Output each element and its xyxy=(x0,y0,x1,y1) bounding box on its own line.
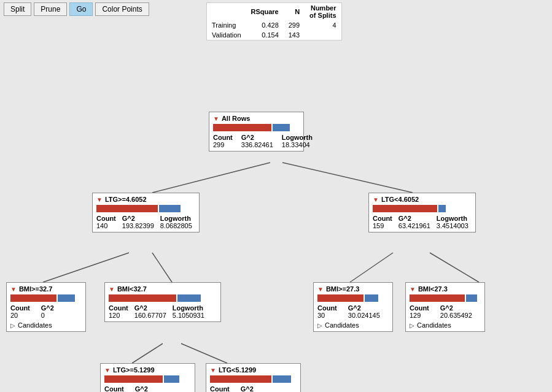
right-logworth: 3.4514003 xyxy=(437,222,468,229)
node-rr-header: ▼ BMI<27.3 xyxy=(410,285,481,293)
triangle-icon: ▼ xyxy=(109,286,115,293)
tree-area: ▼ All Rows Count 299 G^2 336.82461 Logwo… xyxy=(0,44,552,392)
summary-row-value: 4 xyxy=(305,20,341,30)
g2-label: G^2 xyxy=(398,215,430,222)
node-right-bars xyxy=(373,205,472,212)
root-g2: 336.82461 xyxy=(241,141,273,148)
bar-blue xyxy=(159,205,181,212)
node-ll-bars xyxy=(10,294,82,302)
left-g2: 193.82399 xyxy=(122,222,154,229)
triangle-icon: ▼ xyxy=(213,115,219,122)
node-rl-bars xyxy=(317,294,389,302)
col-rsquare: RSquare xyxy=(246,3,284,20)
right-g2: 63.421961 xyxy=(398,222,430,229)
node-lml-label: LTG>=5.1299 xyxy=(113,366,155,374)
summary-row-value: 143 xyxy=(284,30,305,40)
ll-candidates[interactable]: ▷ Candidates xyxy=(10,321,82,329)
node-rr-label: BMI<27.3 xyxy=(418,285,448,293)
caret-icon: ▷ xyxy=(10,322,15,329)
summary-row-label: Training xyxy=(207,20,246,30)
split-button[interactable]: Split xyxy=(4,2,31,16)
node-lmr: ▼ LTG<5.1299 Count 82 G^2 93.305403 ▷ Ca… xyxy=(206,363,301,392)
candidates-label: Candidates xyxy=(18,321,52,329)
rl-g2: 30.024145 xyxy=(348,312,380,319)
triangle-icon: ▼ xyxy=(317,286,324,293)
node-rr: ▼ BMI<27.3 Count 129 G^2 20.635492 ▷ Can… xyxy=(405,282,485,332)
bar-red xyxy=(317,294,363,302)
rr-g2: 20.635492 xyxy=(440,312,472,319)
caret-icon: ▷ xyxy=(317,322,322,329)
rl-candidates[interactable]: ▷ Candidates xyxy=(317,321,389,329)
root-logworth: 18.33404 xyxy=(282,141,313,148)
g2-label: G^2 xyxy=(241,385,273,392)
summary-table: RSquare N Numberof Splits Training0.4282… xyxy=(206,2,342,40)
node-left-bars xyxy=(96,205,195,212)
col-n: N xyxy=(284,3,305,20)
rr-candidates[interactable]: ▷ Candidates xyxy=(410,321,481,329)
triangle-icon: ▼ xyxy=(373,196,379,203)
logworth-label: Logworth xyxy=(160,215,192,222)
node-lmr-header: ▼ LTG<5.1299 xyxy=(210,366,297,374)
svg-line-1 xyxy=(282,163,413,193)
prune-button[interactable]: Prune xyxy=(34,2,67,16)
bar-blue xyxy=(466,294,477,302)
rr-count: 129 xyxy=(410,312,429,319)
triangle-icon: ▼ xyxy=(410,286,416,293)
count-label: Count xyxy=(109,304,128,312)
svg-line-7 xyxy=(181,344,227,363)
left-logworth: 8.0682805 xyxy=(160,222,192,229)
count-label: Count xyxy=(373,215,392,222)
summary-row-value: 299 xyxy=(284,20,305,30)
g2-label: G^2 xyxy=(134,304,166,312)
right-count: 159 xyxy=(373,222,392,229)
lm-count: 120 xyxy=(109,312,128,319)
node-lmr-bars xyxy=(210,375,297,383)
col-splits: Numberof Splits xyxy=(305,3,341,20)
bar-red xyxy=(104,375,163,383)
bar-blue xyxy=(273,375,291,383)
bar-blue xyxy=(177,294,201,302)
bar-red xyxy=(373,205,437,212)
count-label: Count xyxy=(410,304,429,312)
node-right-label: LTG<4.6052 xyxy=(381,196,419,203)
node-rr-bars xyxy=(410,294,481,302)
node-ll-label: BMI>=32.7 xyxy=(19,285,52,293)
bar-red xyxy=(210,375,271,383)
svg-line-0 xyxy=(152,163,270,193)
node-right: ▼ LTG<4.6052 Count 159 G^2 63.421961 Log… xyxy=(368,193,476,233)
bar-blue xyxy=(164,375,179,383)
svg-line-3 xyxy=(152,253,172,282)
node-root-bars xyxy=(213,124,300,131)
g2-label: G^2 xyxy=(122,215,154,222)
node-lml-bars xyxy=(104,375,191,383)
node-root: ▼ All Rows Count 299 G^2 336.82461 Logwo… xyxy=(209,112,304,152)
candidates-label: Candidates xyxy=(325,321,359,329)
candidates-label: Candidates xyxy=(417,321,451,329)
node-left: ▼ LTG>=4.6052 Count 140 G^2 193.82399 Lo… xyxy=(92,193,200,233)
node-lm-label: BMI<32.7 xyxy=(117,285,147,293)
g2-label: G^2 xyxy=(135,385,167,392)
node-rl-label: BMI>=27.3 xyxy=(326,285,359,293)
bar-blue xyxy=(365,294,378,302)
node-ll: ▼ BMI>=32.7 Count 20 G^2 0 ▷ Candidates xyxy=(6,282,86,332)
node-lm: ▼ BMI<32.7 Count 120 G^2 160.67707 Logwo… xyxy=(104,282,221,322)
left-count: 140 xyxy=(96,222,116,229)
bar-red xyxy=(410,294,465,302)
g2-label: G^2 xyxy=(41,304,54,312)
summary-row-value xyxy=(305,30,341,40)
count-label: Count xyxy=(213,134,233,141)
count-label: Count xyxy=(104,385,124,392)
logworth-label: Logworth xyxy=(282,134,313,141)
color-points-button[interactable]: Color Points xyxy=(95,2,149,16)
triangle-icon: ▼ xyxy=(104,367,111,374)
bar-red xyxy=(213,124,271,131)
node-root-label: All Rows xyxy=(222,115,250,122)
node-lm-header: ▼ BMI<32.7 xyxy=(109,285,217,293)
svg-line-2 xyxy=(43,253,129,282)
node-ll-header: ▼ BMI>=32.7 xyxy=(10,285,82,293)
node-root-header: ▼ All Rows xyxy=(213,115,300,122)
bar-blue xyxy=(273,124,290,131)
go-button[interactable]: Go xyxy=(69,2,93,16)
node-left-label: LTG>=4.6052 xyxy=(105,196,147,203)
triangle-icon: ▼ xyxy=(10,286,17,293)
